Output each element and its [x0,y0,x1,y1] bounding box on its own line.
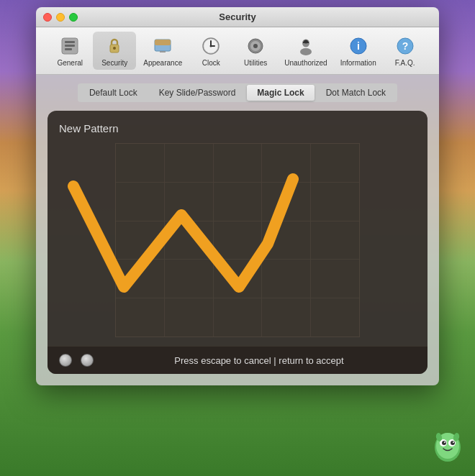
svg-point-5 [113,47,116,50]
titlebar: Security [36,7,439,27]
toolbar-item-faq[interactable]: ? F.A.Q. [384,32,427,70]
clock-icon [199,35,222,58]
close-button[interactable] [43,13,52,22]
toolbar: General Security Appearance [36,27,439,75]
grid-cell[interactable] [262,298,310,337]
svg-point-16 [253,44,258,48]
toolbar-item-security[interactable]: Security [93,32,136,70]
svg-text:?: ? [402,40,408,52]
pattern-grid[interactable] [115,143,360,337]
dot-indicator-1 [59,354,72,367]
grid-cell[interactable] [116,298,164,337]
toolbar-item-unauthorized[interactable]: Unauthorized [279,32,332,70]
utilities-icon [244,35,267,58]
bottom-instructions: Press escape to cancel | return to accep… [102,355,416,366]
toolbar-item-clock[interactable]: Clock [189,32,232,70]
general-label: General [57,59,83,67]
svg-rect-1 [65,41,75,43]
traffic-lights [43,13,78,22]
svg-point-32 [453,441,454,443]
svg-rect-7 [155,40,171,45]
svg-text:i: i [357,40,360,52]
toolbar-item-information[interactable]: i Information [335,32,382,70]
minimize-button[interactable] [56,13,65,22]
toolbar-item-utilities[interactable]: Utilities [234,32,277,70]
main-window: Security General Secu [36,7,439,385]
grid-cell[interactable] [262,221,310,260]
toolbar-item-general[interactable]: General [48,32,91,70]
main-content: Default Lock Key Slide/Password Magic Lo… [36,75,439,385]
tab-key-slide[interactable]: Key Slide/Password [149,85,246,101]
toolbar-item-appearance[interactable]: Appearance [137,32,188,70]
grid-cell[interactable] [116,260,164,298]
svg-rect-3 [65,48,72,50]
svg-rect-20 [303,42,309,43]
pattern-title: New Pattern [59,122,416,134]
svg-point-18 [300,48,312,55]
grid-wrapper [59,143,416,337]
svg-rect-2 [65,45,75,47]
svg-point-31 [444,441,445,443]
faq-icon: ? [394,35,417,58]
svg-rect-8 [160,51,166,52]
grid-cell[interactable] [116,221,164,260]
security-icon [103,35,126,58]
tab-magic-lock[interactable]: Magic Lock [247,85,314,101]
grid-cell[interactable] [165,183,213,221]
svg-point-29 [442,441,446,445]
grid-cell[interactable] [116,144,164,182]
grid-cell[interactable] [311,260,359,298]
unauthorized-label: Unauthorized [284,59,327,67]
grid-cell[interactable] [214,221,262,260]
appearance-label: Appearance [143,59,182,67]
svg-point-13 [210,45,212,47]
tab-dot-match-lock[interactable]: Dot Match Lock [316,85,396,101]
information-icon: i [347,35,370,58]
grid-cell[interactable] [214,298,262,337]
grid-cell[interactable] [116,183,164,221]
grid-cell[interactable] [214,144,262,182]
tab-default-lock[interactable]: Default Lock [79,85,148,101]
grid-cell[interactable] [214,183,262,221]
grid-cell[interactable] [311,183,359,221]
creature-mascot [428,426,468,465]
grid-cell[interactable] [311,144,359,182]
bottom-bar: Press escape to cancel | return to accep… [48,346,428,374]
pattern-container: New Pattern [48,111,428,374]
grid-cell[interactable] [165,221,213,260]
maximize-button[interactable] [69,13,78,22]
general-icon [58,35,81,58]
grid-cell[interactable] [165,260,213,298]
grid-cell[interactable] [311,221,359,260]
grid-cell[interactable] [165,144,213,182]
grid-cell[interactable] [262,260,310,298]
faq-label: F.A.Q. [395,59,415,67]
utilities-label: Utilities [244,59,267,67]
security-label: Security [101,59,127,67]
dot-indicator-2 [81,354,94,367]
appearance-icon [151,35,174,58]
information-label: Information [340,59,376,67]
clock-label: Clock [202,59,220,67]
window-title: Security [219,12,255,22]
unauthorized-icon [294,35,317,58]
grid-cell[interactable] [262,183,310,221]
grid-cell[interactable] [262,144,310,182]
grid-cell[interactable] [214,260,262,298]
tab-bar: Default Lock Key Slide/Password Magic Lo… [78,83,397,102]
grid-cell[interactable] [165,298,213,337]
svg-point-30 [451,441,455,445]
grid-cell[interactable] [311,298,359,337]
